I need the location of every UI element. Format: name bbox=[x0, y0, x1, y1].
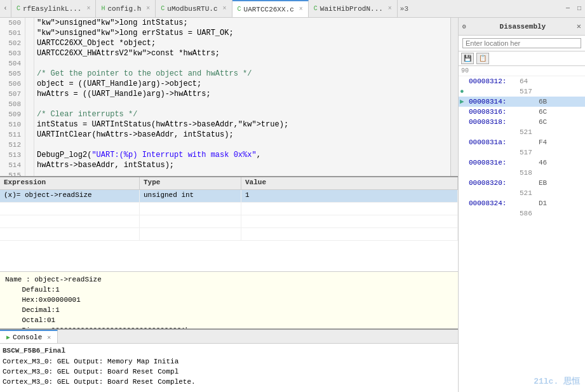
line-number: 509 bbox=[0, 109, 25, 119]
tab-label: uModbusRTU.c bbox=[167, 5, 217, 13]
line-number: 513 bbox=[0, 150, 25, 160]
disasm-line-number: 521 bbox=[520, 127, 539, 137]
disasm-address: 00008320: bbox=[469, 178, 520, 188]
code-line: "kw">unsigned "kw">long intStatus; bbox=[34, 18, 450, 28]
line-number: 511 bbox=[0, 130, 25, 140]
disasm-address: 00008316: bbox=[469, 107, 520, 117]
line-number: 512 bbox=[0, 140, 25, 150]
disasm-location-input[interactable] bbox=[462, 38, 581, 48]
watch-cell-type bbox=[140, 228, 241, 240]
watch-cell-expression bbox=[0, 215, 140, 227]
disasm-arrow-icon: ▶ bbox=[460, 97, 469, 107]
disasm-address: 00008324: bbox=[469, 198, 520, 208]
disasm-line: 517 bbox=[459, 147, 585, 158]
code-line: /* Get the pointer to the object and hwA… bbox=[34, 69, 450, 79]
tab-bar: ‹ C rfEasylinkL... × H config.h × C uMod… bbox=[0, 0, 585, 18]
disasm-copy-button[interactable]: 📋 bbox=[476, 53, 489, 64]
watch-row[interactable] bbox=[0, 228, 458, 241]
disasm-bytes: 6B bbox=[539, 97, 584, 107]
console-line: Cortex_M3_0: GEL Output: Board Reset Com… bbox=[3, 377, 455, 387]
line-marker bbox=[25, 119, 34, 130]
watch-table-body: (x)= object->readSizeunsigned int1 bbox=[0, 190, 458, 271]
watch-detail-panel: Name : object->readSize Default:1 Hex:0x… bbox=[0, 271, 458, 328]
code-line bbox=[34, 99, 450, 109]
tab-rfEasylink[interactable]: C rfEasylinkL... × bbox=[11, 0, 96, 18]
watch-cell-type bbox=[140, 215, 241, 227]
line-number: 504 bbox=[0, 58, 25, 69]
watch-row[interactable]: (x)= object->readSizeunsigned int1 bbox=[0, 190, 458, 203]
tab-close[interactable]: × bbox=[299, 6, 303, 13]
code-line: DebugP_log2("UART:(%p) Interrupt with ma… bbox=[34, 150, 450, 160]
tab-config[interactable]: H config.h × bbox=[96, 0, 156, 18]
left-area: 5005015025035045055065075085095105115125… bbox=[0, 18, 458, 392]
c-file-icon: C bbox=[17, 5, 20, 12]
disasm-arrow-icon: ● bbox=[460, 86, 469, 97]
disassembly-panel: ⚙ Disassembly ✕ 💾 📋 90 00008312:64●517▶0… bbox=[458, 18, 585, 392]
line-number: 515 bbox=[0, 170, 25, 176]
line-number: 505 bbox=[0, 69, 25, 79]
tab-close[interactable]: × bbox=[146, 5, 150, 12]
tab-prev-button[interactable]: ‹ bbox=[0, 0, 11, 18]
disasm-save-button[interactable]: 💾 bbox=[461, 53, 474, 64]
disasm-line: 0000831e:46 bbox=[459, 158, 585, 168]
disasm-line: 00008324:D1 bbox=[459, 198, 585, 208]
disasm-line-number: 586 bbox=[520, 208, 539, 219]
watch-row[interactable] bbox=[0, 215, 458, 228]
tab-close[interactable]: × bbox=[223, 5, 227, 12]
console-line: Cortex_M3_0: GEL Output: Memory Map Init… bbox=[3, 356, 455, 367]
disasm-line-number: 64 bbox=[520, 76, 539, 86]
line-marker bbox=[25, 99, 34, 109]
code-line bbox=[34, 58, 450, 69]
tab-WaitHib[interactable]: C WaitHibProdN... × bbox=[309, 0, 398, 18]
watch-col-expression-header: Expression bbox=[0, 177, 140, 189]
console-panel: ▶ Console ✕ BSCW_F5B6_Final Cortex_M3_0:… bbox=[0, 328, 458, 392]
line-number: 500 bbox=[0, 18, 25, 28]
line-marker bbox=[25, 89, 34, 99]
watch-detail-default: Default:1 bbox=[5, 285, 453, 295]
maximize-button[interactable]: □ bbox=[574, 0, 585, 18]
disasm-address: 0000831a: bbox=[469, 137, 520, 147]
watch-cell-value: 1 bbox=[241, 190, 458, 202]
tab-overflow[interactable]: »3 bbox=[398, 0, 411, 18]
code-line: UARTIntClear(hwAttrs->baseAddr, intStatu… bbox=[34, 130, 450, 140]
code-line bbox=[34, 170, 450, 176]
c-file-icon: C bbox=[314, 5, 318, 12]
line-number: 506 bbox=[0, 79, 25, 89]
watch-cell-type: unsigned int bbox=[140, 190, 241, 202]
console-line: Cortex_M3_0: GEL Output: Board Reset Com… bbox=[3, 367, 455, 377]
line-marker bbox=[25, 79, 34, 89]
line-marker bbox=[25, 170, 34, 176]
disasm-line-number: 521 bbox=[520, 188, 539, 198]
watch-detail-hex: Hex:0x00000001 bbox=[5, 295, 453, 305]
disasm-bytes: EB bbox=[539, 178, 584, 188]
disasm-line-number: 517 bbox=[520, 147, 539, 158]
line-marker bbox=[25, 130, 34, 140]
console-tab[interactable]: ▶ Console ✕ bbox=[0, 330, 58, 343]
disasm-bytes: 6C bbox=[539, 107, 584, 117]
tab-close[interactable]: × bbox=[388, 5, 392, 12]
code-content[interactable]: "kw">unsigned "kw">long intStatus; "kw">… bbox=[34, 18, 450, 176]
line-number: 501 bbox=[0, 28, 25, 38]
tab-UARTCC26XX[interactable]: C UARTCC26XX.c × bbox=[232, 0, 309, 18]
console-content: BSCW_F5B6_Final Cortex_M3_0: GEL Output:… bbox=[0, 344, 458, 392]
disasm-address: 00008318: bbox=[469, 117, 520, 127]
vertical-scrollbar[interactable] bbox=[450, 18, 458, 176]
console-icon: ▶ bbox=[6, 334, 10, 341]
disasm-line: ▶00008314:6B bbox=[459, 97, 585, 107]
line-number: 502 bbox=[0, 38, 25, 48]
line-number: 510 bbox=[0, 119, 25, 130]
watch-cell-value bbox=[241, 203, 458, 215]
disasm-close-button[interactable]: ✕ bbox=[577, 22, 581, 31]
minimize-button[interactable]: ─ bbox=[562, 0, 574, 18]
main-layout: 5005015025035045055065075085095105115125… bbox=[0, 18, 585, 392]
tab-uModbus[interactable]: C uModbusRTU.c × bbox=[156, 0, 232, 18]
watch-row[interactable] bbox=[0, 203, 458, 215]
watch-cell-value bbox=[241, 228, 458, 240]
watch-table-header: Expression Type Value bbox=[0, 177, 458, 190]
disasm-line: 518 bbox=[459, 168, 585, 178]
code-line bbox=[34, 140, 450, 150]
watch-cell-expression bbox=[0, 228, 140, 240]
disasm-line: 00008312:64 bbox=[459, 76, 585, 86]
console-tab-close[interactable]: ✕ bbox=[47, 334, 51, 341]
tab-close[interactable]: × bbox=[86, 5, 90, 12]
